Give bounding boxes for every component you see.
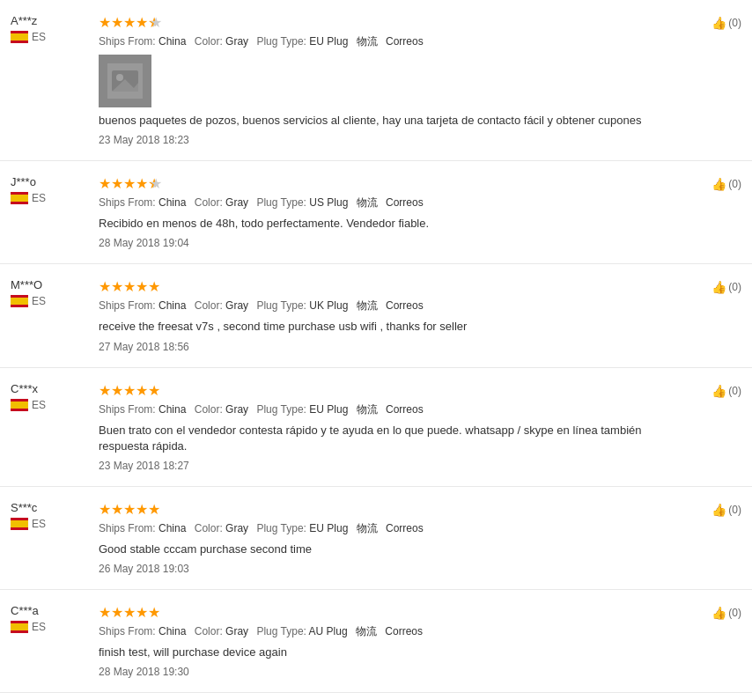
ships-from-label: Ships From:: [99, 196, 156, 209]
flag-icon: [11, 518, 28, 530]
review-item: A***z ES ★★★★★★ Ships From: China Color:…: [0, 0, 752, 161]
like-button[interactable]: 👍 (0): [711, 280, 741, 294]
star-icon: ★: [111, 501, 123, 518]
star-half-empty-icon: ★: [150, 175, 162, 192]
star-icon: ★: [111, 604, 123, 621]
review-text: buenos paquetes de pozos, buenos servici…: [99, 113, 689, 129]
reviewer-info: M***O ES: [11, 278, 90, 352]
plug-type-meta: Plug Type: US Plug: [256, 196, 348, 209]
logistics-value: 物流: [357, 299, 378, 312]
plug-type-label: Plug Type:: [256, 299, 306, 312]
carrier-value: Correos: [385, 625, 423, 637]
reviewer-info: A***z ES: [11, 14, 90, 146]
plug-type-label: Plug Type:: [256, 196, 306, 209]
carrier-meta: Correos: [386, 403, 424, 416]
carrier-value: Correos: [386, 522, 424, 534]
ships-from-label: Ships From:: [99, 35, 156, 48]
color-value: Gray: [225, 403, 248, 416]
reviewer-info: C***a ES: [11, 604, 90, 678]
flag-icon: [11, 399, 28, 411]
reviewer-country: ES: [11, 31, 90, 43]
plug-type-value: AU Plug: [309, 625, 348, 637]
color-label: Color:: [195, 403, 223, 416]
color-meta: Color: Gray: [195, 196, 248, 209]
star-icon: ★: [136, 604, 148, 621]
review-item: M***O ES ★★★★★ Ships From: China Color: …: [0, 264, 752, 367]
star-icon: ★: [99, 501, 111, 518]
reviewer-country: ES: [11, 399, 90, 411]
star-rating: ★★★★★: [99, 278, 689, 295]
country-code: ES: [32, 399, 46, 411]
ships-from: Ships From: China: [99, 35, 186, 48]
color-meta: Color: Gray: [195, 625, 248, 637]
carrier-meta: Correos: [386, 35, 424, 48]
color-value: Gray: [225, 196, 248, 209]
carrier-value: Correos: [386, 403, 424, 416]
reviewer-country: ES: [11, 295, 90, 307]
country-code: ES: [32, 518, 46, 530]
star-icon: ★: [111, 14, 123, 31]
reviewer-country: ES: [11, 518, 90, 530]
like-button[interactable]: 👍 (0): [711, 606, 741, 620]
star-icon: ★: [111, 175, 123, 192]
star-icon: ★: [99, 278, 111, 295]
like-count: (0): [728, 607, 741, 619]
reviewer-country: ES: [11, 192, 90, 204]
thumbs-up-icon: 👍: [711, 384, 726, 398]
ships-from-value: China: [159, 35, 186, 48]
carrier-meta: Correos: [386, 196, 424, 209]
plug-type-value: EU Plug: [309, 522, 348, 534]
thumbs-up-icon: 👍: [711, 606, 726, 620]
color-meta: Color: Gray: [195, 403, 248, 416]
logistics-value: 物流: [357, 522, 378, 534]
carrier-value: Correos: [386, 299, 424, 312]
review-item: H***e ES ★★★★★ Ships From: China Color: …: [0, 693, 752, 700]
carrier-value: Correos: [386, 35, 424, 48]
review-content: ★★★★★ Ships From: China Color: Gray Plug…: [90, 604, 697, 678]
plug-type-label: Plug Type:: [256, 522, 306, 534]
like-button[interactable]: 👍 (0): [711, 384, 741, 398]
review-text: Recibido en menos de 48h, todo perfectam…: [99, 216, 689, 232]
like-count: (0): [728, 385, 741, 397]
reviewer-name: C***x: [11, 382, 90, 395]
review-date: 28 May 2018 19:30: [99, 666, 689, 678]
review-content: ★★★★★★ Ships From: China Color: Gray Plu…: [90, 175, 697, 249]
star-icon: ★: [136, 382, 148, 399]
review-meta: Ships From: China Color: Gray Plug Type:…: [99, 34, 689, 49]
country-code: ES: [32, 621, 46, 633]
like-section: 👍 (0): [697, 501, 741, 575]
ships-from-value: China: [159, 403, 186, 416]
ships-from: Ships From: China: [99, 403, 186, 416]
like-section: 👍 (0): [697, 604, 741, 678]
star-icon: ★: [136, 175, 148, 192]
carrier-meta: Correos: [386, 299, 424, 312]
plug-type-value: UK Plug: [309, 299, 348, 312]
plug-type-meta: Plug Type: AU Plug: [256, 625, 347, 637]
review-text: finish test, will purchase device again: [99, 645, 689, 660]
logistics-meta: 物流: [357, 35, 378, 48]
review-date: 27 May 2018 18:56: [99, 341, 689, 353]
ships-from-label: Ships From:: [99, 625, 156, 637]
ships-from-label: Ships From:: [99, 522, 156, 534]
ships-from-label: Ships From:: [99, 299, 156, 312]
star-icon: ★: [111, 382, 123, 399]
like-count: (0): [728, 504, 741, 516]
star-icon: ★: [148, 382, 160, 399]
review-text: Good stable cccam purchase second time: [99, 542, 689, 557]
review-image-thumb[interactable]: [99, 55, 151, 107]
plug-type-value: US Plug: [309, 196, 348, 209]
plug-type-label: Plug Type:: [256, 403, 306, 416]
color-meta: Color: Gray: [195, 35, 248, 48]
like-count: (0): [728, 17, 741, 29]
plug-type-meta: Plug Type: UK Plug: [256, 299, 348, 312]
star-icon: ★: [111, 278, 123, 295]
star-rating: ★★★★★★: [99, 14, 689, 31]
review-list: A***z ES ★★★★★★ Ships From: China Color:…: [0, 0, 752, 700]
review-meta: Ships From: China Color: Gray Plug Type:…: [99, 402, 689, 417]
logistics-value: 物流: [357, 35, 378, 48]
like-button[interactable]: 👍 (0): [711, 177, 741, 191]
thumbs-up-icon: 👍: [711, 503, 726, 517]
star-icon: ★: [99, 175, 111, 192]
like-button[interactable]: 👍 (0): [711, 16, 741, 30]
like-button[interactable]: 👍 (0): [711, 503, 741, 517]
